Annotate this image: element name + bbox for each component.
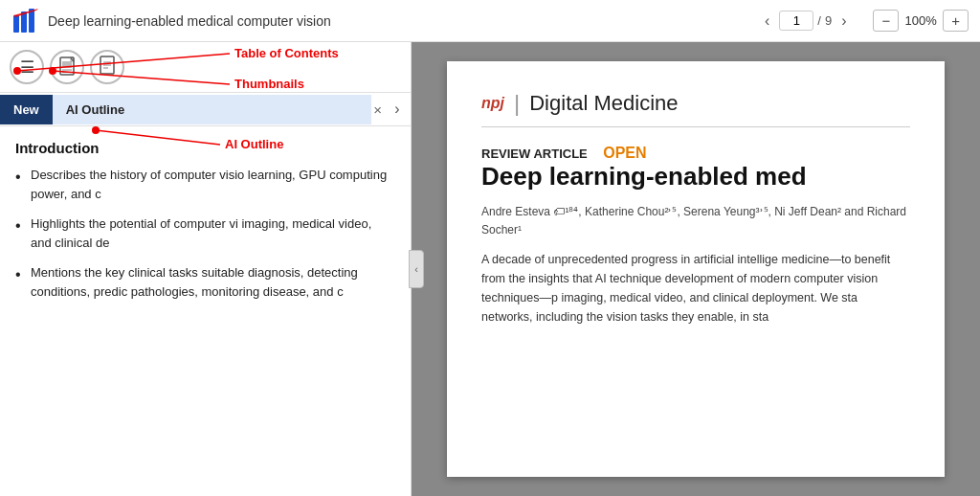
left-panel: ☰: [0, 42, 412, 496]
document-svg-icon: [99, 56, 116, 75]
thumbnails-icon: [57, 56, 77, 79]
journal-name: Digital Medicine: [529, 91, 678, 116]
document-title: Deep learning-enabled medical computer v…: [48, 13, 331, 29]
svg-text:Table of Contents: Table of Contents: [234, 46, 339, 60]
outline-content: Introduction Describes the history of co…: [0, 126, 411, 496]
journal-divider: |: [514, 90, 520, 117]
zoom-level: 100%: [902, 13, 939, 28]
outline-item-2: Highlights the potential of computer vi …: [31, 214, 395, 252]
prev-page-button[interactable]: ‹: [759, 9, 775, 34]
journal-header: npj | Digital Medicine: [481, 90, 910, 127]
ai-outline-tab-label: AI Outline: [66, 102, 124, 117]
outline-list: Describes the history of computer visio …: [15, 166, 395, 301]
document-icon: [99, 56, 116, 79]
abstract-text: A decade of unprecedented progress in ar…: [481, 250, 910, 327]
svg-text:Thumbnails: Thumbnails: [234, 77, 304, 91]
page-total: 9: [825, 13, 832, 28]
article-title: Deep learning-enabled med: [481, 162, 910, 192]
article-type: REVIEW ARTICLE: [481, 147, 588, 161]
svg-rect-5: [62, 61, 72, 68]
close-tab-button[interactable]: ×: [371, 102, 384, 117]
article-open-badge: OPEN: [603, 145, 646, 161]
svg-rect-0: [13, 15, 19, 33]
logo-area: [11, 8, 38, 34]
main-content: ☰: [0, 42, 980, 496]
toc-icon: ☰: [20, 57, 34, 78]
thumbnails-button[interactable]: [50, 50, 84, 84]
authors: Andre Esteva 🏷¹⁸⁴, Katherine Chou²˒⁵, Se…: [481, 203, 910, 239]
pdf-viewer: npj | Digital Medicine REVIEW ARTICLE OP…: [412, 42, 980, 496]
zoom-in-button[interactable]: +: [943, 10, 969, 32]
next-page-button[interactable]: ›: [835, 9, 852, 34]
thumbnails-svg-icon: [57, 56, 77, 76]
outline-section-title: Introduction: [15, 140, 395, 156]
article-type-line: REVIEW ARTICLE OPEN: [481, 145, 910, 162]
list-item: Highlights the potential of computer vi …: [15, 214, 395, 252]
list-item: Mentions the key clinical tasks suitable…: [15, 263, 395, 301]
ai-outline-tab[interactable]: AI Outline: [53, 95, 372, 124]
page-separator: /: [817, 13, 821, 28]
journal-npj: npj: [481, 95, 504, 112]
collapse-chevron-icon: ‹: [414, 263, 418, 275]
zoom-controls: − 100% +: [873, 10, 969, 32]
table-of-contents-button[interactable]: ☰: [10, 50, 44, 84]
collapse-panel-handle[interactable]: ‹: [409, 250, 424, 288]
zoom-out-button[interactable]: −: [873, 10, 899, 32]
page-number-input[interactable]: [779, 11, 813, 31]
outline-item-3: Mentions the key clinical tasks suitable…: [31, 263, 395, 301]
list-item: Describes the history of computer visio …: [15, 166, 395, 203]
expand-panel-button[interactable]: ›: [384, 93, 411, 125]
document-view-button[interactable]: [90, 50, 124, 84]
toolbar: Deep learning-enabled medical computer v…: [0, 0, 980, 42]
pdf-page: npj | Digital Medicine REVIEW ARTICLE OP…: [447, 61, 945, 477]
new-tab-button[interactable]: New: [0, 95, 53, 124]
chevron-right-icon: ›: [394, 101, 399, 118]
page-navigation: ‹ / 9 ›: [759, 9, 853, 34]
tab-bar: New AI Outline × › AI Outline: [0, 93, 411, 126]
outline-item-1: Describes the history of computer visio …: [31, 166, 395, 203]
icon-bar: ☰: [0, 42, 411, 93]
app-logo-icon: [11, 8, 38, 34]
